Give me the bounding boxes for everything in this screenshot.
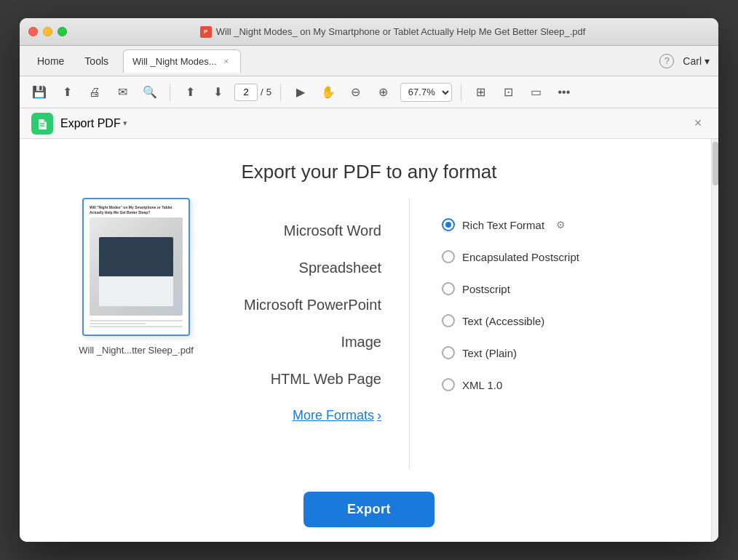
save-button[interactable]: 💾 [28, 81, 50, 103]
thumbnail-lines [90, 320, 183, 329]
fit-page-button[interactable]: ⊞ [470, 81, 492, 103]
format-microsoft-word[interactable]: Microsoft Word [238, 212, 387, 249]
zoom-in-button[interactable]: ⊕ [373, 81, 394, 103]
pdf-title-icon: P [200, 26, 212, 38]
upload-button[interactable]: ⬆ [56, 81, 78, 103]
more-formats-link[interactable]: More Formats › [238, 398, 387, 433]
tab-bar: Will _Night Modes... × [123, 49, 659, 73]
help-button[interactable]: ? [659, 54, 674, 68]
document-tab[interactable]: Will _Night Modes... × [123, 49, 241, 73]
radio-label-rich-text: Rich Text Format [462, 219, 544, 231]
more-formats-label: More Formats [293, 408, 374, 423]
format-microsoft-powerpoint[interactable]: Microsoft PowerPoint [238, 287, 387, 324]
close-button[interactable] [28, 27, 38, 36]
radio-circle-rich-text [442, 218, 455, 231]
pdf-line-2 [90, 323, 146, 324]
title-bar: P Will _Night Modes_ on My Smartphone or… [20, 18, 718, 46]
file-preview: Will "Night Modes" on My Smartphone or T… [63, 198, 209, 470]
export-heading: Export your PDF to any format [20, 139, 718, 198]
page-total: 5 [266, 87, 271, 97]
scrollbar-thumb[interactable] [713, 142, 718, 185]
main-content: Export your PDF to any format Will "Nigh… [20, 139, 718, 542]
next-page-button[interactable]: ⬇ [207, 81, 229, 103]
menu-right: ? Carl ▾ [659, 54, 710, 68]
format-html-web-page[interactable]: HTML Web Page [238, 361, 387, 398]
page-separator: / [261, 87, 263, 97]
pdf-line-1 [90, 320, 183, 321]
menu-tools[interactable]: Tools [76, 52, 117, 71]
export-button[interactable]: Export [303, 492, 435, 527]
window-title: Will _Night Modes_ on My Smartphone or T… [216, 26, 586, 37]
view-mode-button[interactable]: ▭ [525, 81, 547, 103]
radio-text-accessible[interactable]: Text (Accessible) [439, 308, 628, 333]
thumbnail-dark-area [99, 237, 173, 281]
mail-button[interactable]: ✉ [111, 81, 133, 103]
radio-xml-1-0[interactable]: XML 1.0 [439, 372, 628, 397]
prev-page-button[interactable]: ⬆ [179, 81, 201, 103]
menu-items: Home Tools [28, 52, 117, 71]
panel-close-button[interactable]: × [689, 115, 707, 132]
more-options-button[interactable]: ••• [553, 81, 575, 103]
pdf-line-3 [90, 326, 183, 327]
panel-title: Export PDF [60, 117, 121, 130]
print-button[interactable]: 🖨 [84, 81, 106, 103]
format-image[interactable]: Image [238, 324, 387, 361]
radio-label-xml: XML 1.0 [462, 379, 502, 391]
bookmark-button[interactable]: ⊡ [498, 81, 520, 103]
separator-3 [461, 84, 461, 101]
radio-circle-postscript [442, 282, 455, 295]
thumbnail-image [90, 217, 183, 316]
separator-2 [280, 84, 281, 101]
toolbar: 💾 ⬆ 🖨 ✉ 🔍 ⬆ ⬇ / 5 ▶ ✋ ⊖ ⊕ 67.7% ⊞ ⊡ ▭ ••… [20, 76, 718, 108]
tab-label: Will _Night Modes... [132, 56, 217, 67]
radio-postscript[interactable]: Postscript [439, 276, 628, 301]
radio-label-text-accessible: Text (Accessible) [462, 315, 544, 327]
scrollbar-track[interactable] [711, 139, 718, 542]
page-navigation: / 5 [234, 84, 271, 101]
search-button[interactable]: 🔍 [139, 81, 161, 103]
main-window: P Will _Night Modes_ on My Smartphone or… [20, 18, 718, 542]
sub-formats: Rich Text Format ⚙ Encapsulated Postscri… [439, 198, 628, 470]
panel-header: Export PDF ▾ × [20, 108, 718, 139]
radio-circle-text-accessible [442, 314, 455, 327]
pdf-thumbnail: Will "Night Modes" on My Smartphone or T… [82, 198, 190, 336]
radio-circle-xml [442, 378, 455, 391]
zoom-select[interactable]: 67.7% [400, 83, 452, 102]
menu-bar: Home Tools Will _Night Modes... × ? Carl… [20, 46, 718, 76]
export-footer: Export [20, 470, 718, 542]
panel-dropdown-icon: ▾ [123, 119, 127, 128]
hand-tool-button[interactable]: ✋ [317, 81, 339, 103]
minimize-button[interactable] [43, 27, 52, 36]
panel-icon [31, 113, 53, 135]
thumbnail-light-area [99, 276, 173, 306]
separator-1 [170, 84, 170, 101]
maximize-button[interactable] [57, 27, 67, 36]
export-body: Will "Night Modes" on My Smartphone or T… [20, 198, 718, 470]
menu-home[interactable]: Home [28, 52, 73, 71]
thumbnail-title: Will "Night Modes" on My Smartphone or T… [90, 205, 183, 215]
user-name: Carl [683, 55, 702, 67]
file-name: Will _Night...tter Sleep_.pdf [79, 345, 194, 356]
radio-label-postscript: Postscript [462, 283, 510, 295]
zoom-out-button[interactable]: ⊖ [345, 81, 367, 103]
page-input[interactable] [234, 84, 258, 101]
tab-close-button[interactable]: × [221, 56, 231, 66]
radio-encapsulated-postscript[interactable]: Encapsulated Postscript [439, 244, 628, 269]
cursor-tool-button[interactable]: ▶ [290, 81, 312, 103]
radio-circle-eps [442, 250, 455, 263]
format-list: Microsoft Word Spreadsheet Microsoft Pow… [238, 198, 410, 470]
user-menu-button[interactable]: Carl ▾ [683, 55, 710, 67]
more-formats-chevron-icon: › [377, 408, 381, 423]
traffic-lights [28, 27, 67, 36]
radio-circle-text-plain [442, 346, 455, 359]
radio-label-eps: Encapsulated Postscript [462, 251, 579, 263]
window-title-area: P Will _Night Modes_ on My Smartphone or… [76, 26, 710, 38]
format-spreadsheet[interactable]: Spreadsheet [238, 249, 387, 287]
radio-label-text-plain: Text (Plain) [462, 347, 517, 359]
radio-rich-text-format[interactable]: Rich Text Format ⚙ [439, 212, 628, 237]
radio-text-plain[interactable]: Text (Plain) [439, 340, 628, 365]
gear-icon[interactable]: ⚙ [556, 219, 566, 231]
user-dropdown-icon: ▾ [705, 55, 710, 67]
